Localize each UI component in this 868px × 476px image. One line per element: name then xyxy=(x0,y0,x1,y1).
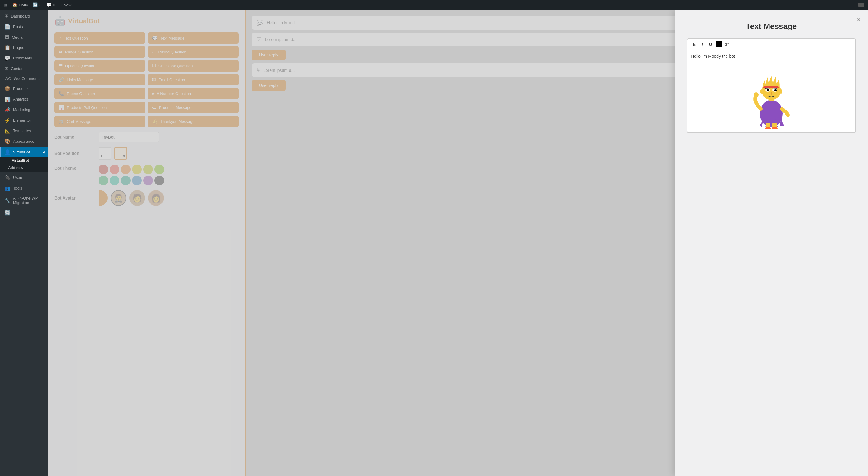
editor-toolbar: B / U gif xyxy=(687,39,855,50)
sidebar-item-comments[interactable]: 💬 Comments xyxy=(0,53,49,63)
sidebar-item-appearance[interactable]: 🎨 Appearance xyxy=(0,136,49,147)
svg-rect-17 xyxy=(764,86,779,89)
virtualbot-icon: 👤 xyxy=(4,149,10,155)
lisa-simpson-gif xyxy=(744,62,799,129)
main-layout: ⊞ Dashboard 📄 Posts 🖼 Media 📋 Pages 💬 Co… xyxy=(0,10,868,476)
updates-btn[interactable]: 🔄 3 xyxy=(33,2,41,7)
svg-point-20 xyxy=(767,89,770,92)
pages-icon: 📋 xyxy=(4,45,10,50)
virtualbot-submenu: VirtualBot Add new xyxy=(0,157,49,172)
admin-bar: ⊞ 🏠 Pixliy 🔄 3 💬 0 + New xyxy=(0,0,868,10)
comments-btn[interactable]: 💬 0 xyxy=(46,2,55,7)
products-icon: 📦 xyxy=(4,86,10,92)
comments-nav-icon: 💬 xyxy=(4,55,10,61)
media-icon: 🖼 xyxy=(4,34,9,40)
sidebar-item-marketing[interactable]: 📣 Marketing xyxy=(0,104,49,115)
editor-text: Hello i'm Moody the bot xyxy=(691,54,852,59)
sidebar-item-templates[interactable]: 📐 Templates xyxy=(0,126,49,136)
sidebar-item-elementor[interactable]: ⚡ Elementor xyxy=(0,115,49,126)
woo-icon: WC xyxy=(4,76,11,81)
svg-point-9 xyxy=(754,92,758,97)
updates-icon: 🔄 xyxy=(33,2,38,7)
modal-panel: × Text Message B / U gif Hello i'm Moody… xyxy=(675,10,868,476)
site-name[interactable]: 🏠 Pixliy xyxy=(12,2,28,7)
house-icon: 🏠 xyxy=(12,2,17,7)
color-picker-btn[interactable] xyxy=(716,41,722,47)
migration-icon: 🔄 xyxy=(4,210,10,215)
sidebar-item-users[interactable]: 👥 Tools xyxy=(0,183,49,194)
svg-line-23 xyxy=(773,89,777,89)
svg-line-22 xyxy=(765,89,770,89)
sidebar-collapse-icon: ◀ xyxy=(42,150,45,154)
virtualbot-sub-name: VirtualBot xyxy=(0,157,49,163)
bold-btn[interactable]: B xyxy=(691,41,698,47)
gif-btn[interactable]: gif xyxy=(725,42,729,46)
svg-marker-12 xyxy=(762,80,766,87)
svg-point-21 xyxy=(774,89,777,92)
dashboard-icon: ⊞ xyxy=(4,13,8,19)
italic-btn[interactable]: / xyxy=(700,41,705,47)
gif-image-container xyxy=(691,62,852,129)
editor-container: B / U gif Hello i'm Moody the bot xyxy=(687,38,856,133)
sidebar-item-dashboard[interactable]: ⊞ Dashboard xyxy=(0,11,49,22)
virtualbot-add-new[interactable]: Add new xyxy=(0,163,49,172)
svg-point-25 xyxy=(779,89,782,94)
sidebar-item-contact[interactable]: ✉ Contact xyxy=(0,63,49,74)
underline-btn[interactable]: U xyxy=(707,41,714,47)
sidebar-item-woocommerce[interactable]: WC WooCommerce xyxy=(0,74,49,83)
modal-title: Text Message xyxy=(687,22,856,31)
plugins-icon: 🔌 xyxy=(4,175,10,180)
sidebar-item-migration[interactable]: 🔄 xyxy=(0,207,49,218)
modal-close-btn[interactable]: × xyxy=(857,16,861,24)
sidebar-item-tools[interactable]: 🔧 All-in-One WP Migration xyxy=(0,194,49,207)
svg-point-24 xyxy=(760,89,763,94)
screen-options[interactable] xyxy=(858,3,864,7)
sidebar-item-products[interactable]: 📦 Products xyxy=(0,83,49,94)
modal-overlay: × Text Message B / U gif Hello i'm Moody… xyxy=(49,10,868,476)
wp-logo[interactable]: ⊞ xyxy=(4,2,7,7)
new-btn[interactable]: + New xyxy=(60,3,71,7)
templates-icon: 📐 xyxy=(4,128,10,134)
elementor-icon: ⚡ xyxy=(4,117,10,123)
panels-wrapper: 🤖 VirtualBot T Text Question 💬 Text Mess… xyxy=(49,10,868,476)
sidebar-item-pages[interactable]: 📋 Pages xyxy=(0,42,49,53)
comments-icon: 💬 xyxy=(46,2,52,7)
sidebar-item-posts[interactable]: 📄 Posts xyxy=(0,22,49,32)
sidebar-item-analytics[interactable]: 📊 Analytics xyxy=(0,94,49,104)
appearance-icon: 🎨 xyxy=(4,139,10,144)
svg-point-0 xyxy=(760,100,783,127)
screen-icon xyxy=(858,3,864,7)
svg-marker-15 xyxy=(773,77,777,84)
contact-icon: ✉ xyxy=(4,66,8,72)
svg-marker-13 xyxy=(765,77,769,84)
sidebar-item-media[interactable]: 🖼 Media xyxy=(0,32,49,42)
sidebar-item-virtualbot[interactable]: 👤 VirtualBot ◀ xyxy=(0,147,49,157)
tools-icon: 🔧 xyxy=(4,198,10,203)
wp-icon: ⊞ xyxy=(4,2,7,7)
posts-icon: 📄 xyxy=(4,24,10,30)
editor-body[interactable]: Hello i'm Moody the bot xyxy=(687,50,855,132)
sidebar-item-plugins[interactable]: 🔌 Users xyxy=(0,172,49,183)
analytics-icon: 📊 xyxy=(4,96,10,102)
marketing-icon: 📣 xyxy=(4,107,10,112)
svg-marker-14 xyxy=(769,76,773,83)
sidebar: ⊞ Dashboard 📄 Posts 🖼 Media 📋 Pages 💬 Co… xyxy=(0,10,49,476)
users-icon: 👥 xyxy=(4,185,10,191)
